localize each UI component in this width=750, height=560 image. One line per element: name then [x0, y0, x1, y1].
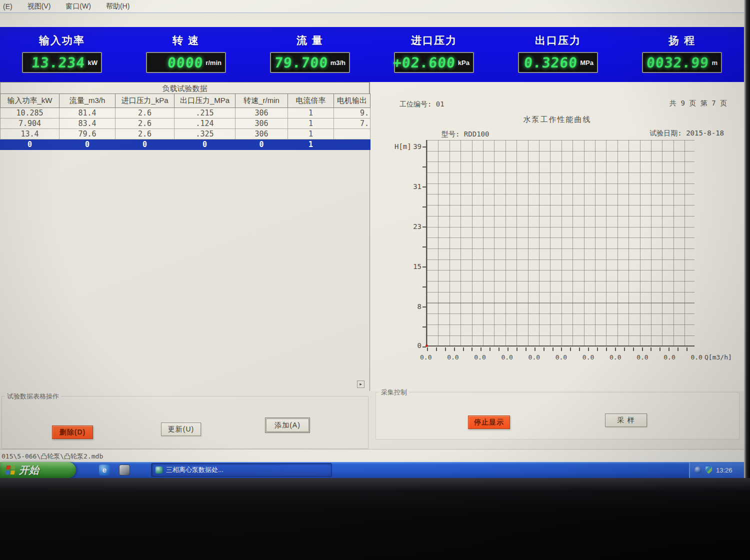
cell[interactable]: 306	[236, 129, 288, 140]
quick-launch-browser-icon[interactable]: e	[99, 464, 110, 476]
col-inlet-pressure: 进口压力_kPa	[116, 94, 174, 108]
taskbar: 开始 e 三相离心泵数据处... 13:26	[0, 462, 744, 478]
task-label: 三相离心泵数据处...	[166, 466, 224, 474]
y-tick-label: 0	[400, 342, 422, 350]
gauge-flow: 流 量 79.700 m3/h	[248, 27, 372, 82]
menu-item-edit[interactable]: (E)	[3, 2, 12, 10]
cell[interactable]: 10.285	[0, 108, 60, 118]
page-indicator: 共 9 页 第 7 页	[670, 99, 727, 108]
x-tick-label: 0.0	[474, 354, 486, 361]
cell[interactable]: 83.4	[60, 118, 116, 129]
scroll-right-icon[interactable]: ▸	[357, 380, 364, 388]
cell[interactable]: 1	[288, 118, 334, 129]
menu-item-view[interactable]: 视图(V)	[28, 2, 51, 11]
group-legend: 采集控制	[379, 388, 409, 397]
y-tick-label: 15	[400, 262, 422, 270]
update-button[interactable]: 更新(U)	[161, 422, 201, 436]
cell[interactable]: 1	[288, 129, 334, 140]
cell[interactable]: 7.	[334, 118, 370, 129]
lcd-unit: MPa	[580, 59, 594, 66]
gauge-label: 出口压力	[496, 34, 620, 48]
cell[interactable]: 306	[236, 118, 288, 129]
cell[interactable]: 79.6	[60, 129, 116, 140]
model-label: 型号: RDD100	[442, 130, 489, 139]
lcd-display: 0.3260 MPa	[518, 52, 598, 73]
cell[interactable]: 13.4	[0, 129, 60, 140]
cell[interactable]: 7.904	[0, 118, 60, 129]
cell[interactable]	[334, 129, 370, 140]
table-row[interactable]: 10.285 81.4 2.6 .215 306 1 9.	[0, 108, 370, 118]
x-tick-label: 0.0	[501, 354, 512, 361]
cell[interactable]: 0	[236, 140, 288, 150]
security-shield-icon[interactable]	[706, 466, 712, 474]
lcd-value: 0000	[166, 54, 204, 71]
gauge-head: 扬 程 0032.99 m	[620, 27, 744, 82]
cell[interactable]: 1	[288, 108, 334, 118]
taskbar-task-button[interactable]: 三相离心泵数据处...	[151, 463, 332, 477]
lcd-value: +02.600	[392, 54, 456, 71]
lcd-unit: r/min	[206, 59, 222, 66]
cell[interactable]: 81.4	[60, 108, 116, 118]
gauge-input-power: 输入功率 13.234 kW	[0, 27, 124, 82]
toolbar-strip	[0, 14, 744, 27]
col-speed: 转速_r/min	[236, 94, 288, 108]
cell[interactable]	[334, 140, 370, 150]
cell[interactable]: 2.6	[116, 129, 174, 140]
cell[interactable]: 2.6	[116, 108, 174, 118]
monitor-bezel-right	[744, 0, 750, 478]
cell[interactable]: 1	[288, 140, 334, 150]
app-icon	[156, 466, 162, 474]
cell[interactable]: 0	[116, 140, 174, 150]
group-legend: 试验数据表格操作	[5, 392, 61, 401]
performance-curve-pane: 工位编号: 01 共 9 页 第 7 页 水泵工作性能曲线 型号: RDD100…	[370, 82, 744, 391]
y-tick-label: 8	[400, 302, 422, 310]
lcd-unit: m	[712, 59, 718, 66]
lcd-value: 0.3260	[524, 54, 578, 71]
sample-button[interactable]: 采 样	[605, 414, 647, 427]
gauge-label: 转 速	[124, 34, 248, 48]
table-row[interactable]: 13.4 79.6 2.6 .325 306 1	[0, 129, 370, 140]
x-axis-ticks	[427, 348, 696, 351]
cell[interactable]: 0	[60, 140, 116, 150]
gauge-speed: 转 速 0000 r/min	[124, 27, 248, 82]
lcd-unit: kW	[88, 59, 98, 66]
table-row[interactable]: 7.904 83.4 2.6 .124 306 1 7.	[0, 118, 370, 129]
cell[interactable]: .215	[174, 108, 236, 118]
table-row-selected[interactable]: 0 0 0 0 0 1	[0, 140, 370, 150]
origin-marker	[426, 344, 428, 347]
x-tick-label: 0.0	[610, 354, 621, 361]
stop-display-button[interactable]: 停止显示	[468, 416, 510, 429]
col-motor-output: 电机输出	[334, 94, 370, 108]
menu-item-help[interactable]: 帮助(H)	[106, 2, 130, 11]
database-path: 015\5-066\凸轮泵\凸轮泵2.mdb	[2, 452, 103, 460]
lcd-value: 13.234	[31, 54, 86, 71]
quick-launch-desktop-icon[interactable]	[119, 464, 130, 476]
delete-button[interactable]: 删除(D)	[52, 426, 93, 439]
station-number-label: 工位编号: 01	[400, 100, 444, 109]
x-tick-label: 0.0	[690, 354, 702, 361]
x-axis-unit: Q[m3/h]	[704, 354, 732, 361]
add-button[interactable]: 添加(A)	[266, 418, 309, 432]
x-tick-labels: 0.0 0.0 0.0 0.0 0.0 0.0 0.0 0.0 0.0 0.0 …	[420, 354, 702, 361]
cell[interactable]: .325	[174, 129, 236, 140]
x-tick-label: 0.0	[420, 354, 432, 361]
load-test-table: 输入功率_kW 流量_m3/h 进口压力_kPa 出口压力_MPa 转速_r/m…	[0, 94, 370, 150]
cell[interactable]: 9.	[334, 108, 370, 118]
cell[interactable]: 306	[236, 108, 288, 118]
menu-item-window[interactable]: 窗口(W)	[66, 2, 91, 11]
volume-icon[interactable]	[694, 466, 702, 474]
clock: 13:26	[716, 466, 732, 474]
status-bar: 015\5-066\凸轮泵\凸轮泵2.mdb	[0, 449, 744, 462]
cell[interactable]: 2.6	[116, 118, 174, 129]
test-data-pane: 负载试验数据 输入功率_kW 流量_m3/h 进口压力_kPa 出口压力_MPa…	[0, 82, 370, 391]
cell[interactable]: 0	[174, 140, 236, 150]
cell[interactable]: .124	[174, 118, 236, 129]
table-title: 负载试验数据	[0, 82, 370, 94]
chart-title: 水泵工作性能曲线	[370, 115, 744, 124]
cell[interactable]: 0	[0, 140, 60, 150]
gauge-outlet-pressure: 出口压力 0.3260 MPa	[496, 27, 620, 82]
start-button[interactable]: 开始	[0, 462, 76, 478]
x-tick-label: 0.0	[664, 354, 675, 361]
x-tick-label: 0.0	[528, 354, 540, 361]
lcd-display: 0000 r/min	[146, 52, 226, 73]
